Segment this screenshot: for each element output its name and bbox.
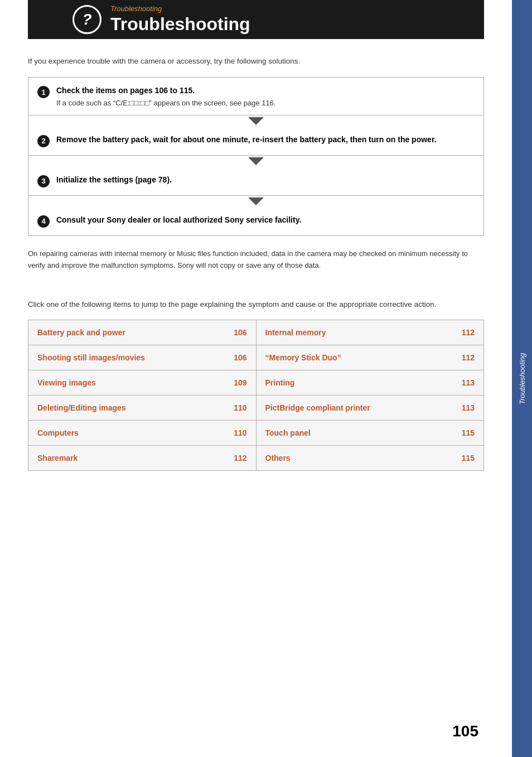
arrow-2 bbox=[28, 156, 483, 167]
topic-label-1-0: Shooting still images/movies bbox=[37, 353, 145, 362]
step-4-row: 4 Consult your Sony dealer or local auth… bbox=[28, 207, 483, 235]
topic-cell-0-0[interactable]: Battery pack and power106 bbox=[28, 320, 257, 345]
step-4-content: Consult your Sony dealer or local author… bbox=[56, 215, 475, 226]
page-number: 105 bbox=[452, 722, 478, 740]
jump-intro: Click one of the following items to jump… bbox=[28, 299, 484, 310]
step-2-row: 2 Remove the battery pack, wait for abou… bbox=[28, 127, 483, 156]
topic-page-3-0: 110 bbox=[234, 403, 246, 412]
step-3-number: 3 bbox=[37, 175, 50, 187]
topic-cell-3-0[interactable]: Deleting/Editing images110 bbox=[28, 396, 257, 420]
topic-cell-0-1[interactable]: Internal memory112 bbox=[257, 320, 484, 345]
topic-row-5: Sharemark112Others115 bbox=[28, 446, 483, 470]
step-1-sub: If a code such as “C/E:□□:□□” appears on… bbox=[56, 99, 475, 107]
topic-label-0-0: Battery pack and power bbox=[37, 328, 125, 337]
topic-label-5-1: Others bbox=[265, 454, 291, 462]
topic-cell-2-1[interactable]: Printing113 bbox=[257, 370, 484, 395]
step-3-main: Initialize the settings (page 78). bbox=[56, 175, 475, 186]
topic-page-2-0: 109 bbox=[234, 378, 246, 387]
topic-label-2-0: Viewing images bbox=[37, 378, 96, 387]
topic-row-0: Battery pack and power106Internal memory… bbox=[28, 320, 483, 345]
step-1-content: Check the items on pages 106 to 115. If … bbox=[56, 85, 475, 107]
topic-label-5-0: Sharemark bbox=[37, 454, 78, 462]
header-subtitle: Troubleshooting bbox=[110, 4, 250, 13]
topic-label-2-1: Printing bbox=[265, 378, 295, 387]
topic-page-5-1: 115 bbox=[462, 454, 475, 462]
topic-cell-5-1[interactable]: Others115 bbox=[257, 446, 484, 470]
topic-label-4-0: Computers bbox=[37, 428, 79, 437]
step-4-main: Consult your Sony dealer or local author… bbox=[56, 215, 475, 226]
topic-label-1-1: “Memory Stick Duo” bbox=[265, 353, 341, 362]
topic-grid: Battery pack and power106Internal memory… bbox=[28, 320, 484, 471]
arrow-down-icon-3 bbox=[248, 197, 264, 205]
topic-cell-2-0[interactable]: Viewing images109 bbox=[28, 370, 257, 395]
topic-row-1: Shooting still images/movies106“Memory S… bbox=[28, 345, 483, 370]
topic-page-5-0: 112 bbox=[234, 454, 246, 462]
topic-label-4-1: Touch panel bbox=[265, 428, 311, 437]
topic-label-3-1: PictBridge compliant printer bbox=[265, 403, 370, 412]
topic-page-0-0: 106 bbox=[234, 328, 246, 337]
step-2-main: Remove the battery pack, wait for about … bbox=[56, 134, 475, 146]
repair-notice: On repairing cameras with internal memor… bbox=[28, 248, 484, 272]
step-2-content: Remove the battery pack, wait for about … bbox=[56, 134, 475, 146]
topic-page-1-0: 106 bbox=[234, 353, 246, 362]
arrow-down-icon-1 bbox=[248, 117, 264, 125]
right-sidebar: Troubleshooting bbox=[512, 0, 532, 757]
step-1-number: 1 bbox=[37, 86, 50, 98]
steps-container: 1 Check the items on pages 106 to 115. I… bbox=[28, 77, 484, 236]
step-3-row: 3 Initialize the settings (page 78). bbox=[28, 167, 483, 196]
step-3-content: Initialize the settings (page 78). bbox=[56, 175, 475, 186]
step-1-row: 1 Check the items on pages 106 to 115. I… bbox=[28, 78, 483, 115]
topic-cell-4-1[interactable]: Touch panel115 bbox=[257, 421, 484, 445]
header-bar: ? Troubleshooting Troubleshooting bbox=[28, 0, 484, 39]
intro-text: If you experience trouble with the camer… bbox=[28, 56, 484, 67]
step-1-main: Check the items on pages 106 to 115. bbox=[56, 85, 475, 97]
topic-cell-1-1[interactable]: “Memory Stick Duo”112 bbox=[257, 345, 484, 370]
step-2-number: 2 bbox=[37, 135, 50, 147]
arrow-down-icon-2 bbox=[248, 157, 264, 165]
topic-row-2: Viewing images109Printing113 bbox=[28, 370, 483, 396]
topic-cell-4-0[interactable]: Computers110 bbox=[28, 421, 257, 445]
header-title: Troubleshooting bbox=[110, 14, 250, 35]
step-4-number: 4 bbox=[37, 215, 50, 228]
topic-page-4-1: 115 bbox=[462, 428, 475, 437]
topic-row-4: Computers110Touch panel115 bbox=[28, 421, 483, 446]
topic-cell-5-0[interactable]: Sharemark112 bbox=[28, 446, 257, 470]
arrow-3 bbox=[28, 196, 483, 207]
topic-cell-3-1[interactable]: PictBridge compliant printer113 bbox=[257, 396, 484, 420]
topic-row-3: Deleting/Editing images110PictBridge com… bbox=[28, 396, 483, 421]
header-icon: ? bbox=[72, 5, 101, 34]
topic-page-0-1: 112 bbox=[462, 328, 475, 337]
topic-label-0-1: Internal memory bbox=[265, 328, 326, 337]
header-text-block: Troubleshooting Troubleshooting bbox=[110, 4, 250, 35]
topic-label-3-0: Deleting/Editing images bbox=[37, 403, 126, 412]
topic-page-2-1: 113 bbox=[462, 378, 475, 387]
topic-cell-1-0[interactable]: Shooting still images/movies106 bbox=[28, 345, 257, 370]
header-icon-char: ? bbox=[82, 11, 91, 28]
topic-page-3-1: 113 bbox=[462, 403, 475, 412]
topic-page-4-0: 110 bbox=[234, 428, 246, 437]
arrow-1 bbox=[28, 115, 483, 127]
topic-page-1-1: 112 bbox=[462, 353, 475, 362]
